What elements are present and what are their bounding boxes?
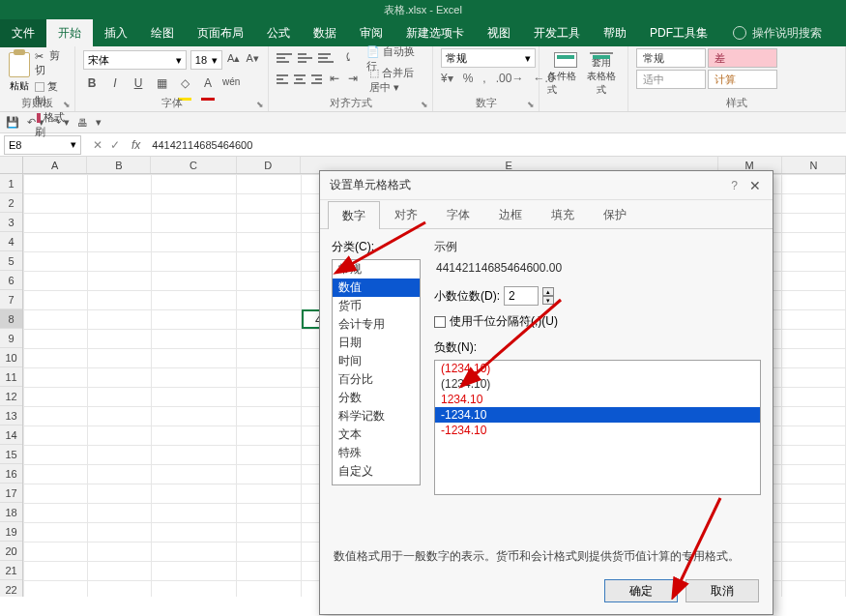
category-item[interactable]: 百分比 [333,370,420,389]
align-center-button[interactable] [294,74,306,86]
col-header[interactable]: D [237,157,301,173]
col-header[interactable]: B [87,157,151,173]
formula-input[interactable]: 44142114685464600 [152,139,252,151]
tab-view[interactable]: 视图 [476,19,522,47]
row-header[interactable]: 18 [0,503,22,522]
cell-style-bad[interactable]: 差 [708,48,777,68]
format-painter-button[interactable]: 格式刷 [35,110,67,139]
negative-format-item[interactable]: -1234.10 [435,407,760,423]
tab-formula[interactable]: 公式 [255,19,302,47]
align-right-button[interactable] [311,74,323,86]
row-header[interactable]: 6 [0,271,22,290]
row-header[interactable]: 16 [0,464,22,484]
tab-dev[interactable]: 开发工具 [522,19,592,47]
comma-button[interactable]: , [482,72,485,85]
tab-pdf[interactable]: PDF工具集 [638,19,719,47]
row-header[interactable]: 2 [0,193,22,213]
cancel-button[interactable]: 取消 [686,579,759,602]
row-header[interactable]: 19 [0,522,22,542]
number-format-combo[interactable]: 常规▾ [441,48,536,68]
border-button[interactable]: ▦ [153,76,170,94]
orientation-button[interactable]: ⤹ [339,50,357,68]
negative-format-item[interactable]: (1234.10) [435,376,760,392]
select-all-corner[interactable] [0,157,23,174]
row-header[interactable]: 8 [0,309,22,329]
row-header[interactable]: 7 [0,290,22,309]
row-header[interactable]: 9 [0,329,22,348]
cut-button[interactable]: ✂ 剪切 [35,48,67,77]
negative-numbers-list[interactable]: (1234.10)(1234.10)1234.10-1234.10-1234.1… [434,360,761,495]
category-item[interactable]: 自定义 [333,462,420,481]
row-header[interactable]: 15 [0,445,22,464]
row-header[interactable]: 20 [0,542,22,561]
thousands-separator-checkbox[interactable] [434,316,446,328]
fill-color-button[interactable]: ◇ [176,76,193,94]
align-top-button[interactable] [277,53,292,65]
decrease-indent-button[interactable]: ⇤ [328,72,340,89]
row-header[interactable]: 1 [0,174,22,193]
row-header[interactable]: 21 [0,561,22,580]
cell-style-neutral[interactable]: 适中 [636,70,706,89]
ok-button[interactable]: 确定 [604,579,678,602]
category-item[interactable]: 货币 [333,297,420,315]
fx-icon[interactable]: fx [131,138,140,152]
tab-insert[interactable]: 插入 [93,19,139,47]
number-launcher[interactable]: ⬊ [527,100,535,109]
category-item[interactable]: 数值 [333,279,420,297]
align-left-button[interactable] [277,74,288,86]
italic-button[interactable]: I [106,76,124,94]
row-header[interactable]: 3 [0,213,22,232]
dialog-tab-number[interactable]: 数字 [328,201,380,229]
row-header[interactable]: 17 [0,484,22,503]
category-item[interactable]: 日期 [333,334,420,352]
percent-button[interactable]: % [463,72,474,85]
currency-button[interactable]: ¥▾ [441,72,453,85]
row-header[interactable]: 12 [0,387,22,406]
category-item[interactable]: 常规 [333,260,420,279]
category-item[interactable]: 分数 [333,389,420,407]
dialog-tab-protect[interactable]: 保护 [589,200,641,228]
bold-button[interactable]: B [83,76,101,94]
dialog-tab-border[interactable]: 边框 [484,200,537,228]
font-color-button[interactable]: A [199,76,217,94]
dialog-tab-fill[interactable]: 填充 [537,200,589,228]
qat-customize[interactable]: 🖶 [77,117,88,129]
dialog-help-button[interactable]: ? [731,179,738,192]
align-bottom-button[interactable] [318,53,334,65]
col-header[interactable]: C [151,157,236,173]
decimal-places-input[interactable] [504,286,539,306]
tab-home[interactable]: 开始 [46,19,93,47]
tab-draw[interactable]: 绘图 [139,19,186,47]
negative-format-item[interactable]: -1234.10 [435,423,760,438]
tab-file[interactable]: 文件 [0,19,46,47]
decimal-spin-down[interactable]: ▾ [542,296,554,305]
cancel-formula-button[interactable]: ✕ [93,138,102,152]
paste-button[interactable]: 粘贴 [8,48,31,99]
cell-style-normal[interactable]: 常规 [636,48,706,68]
tab-help[interactable]: 帮助 [592,19,638,47]
dialog-tab-align[interactable]: 对齐 [380,200,432,228]
dialog-titlebar[interactable]: 设置单元格格式 ? ✕ [320,171,773,200]
row-header[interactable]: 5 [0,251,22,271]
decimal-spin-up[interactable]: ▴ [542,287,554,296]
row-header[interactable]: 14 [0,425,22,445]
alignment-launcher[interactable]: ⬊ [421,100,428,109]
tab-data[interactable]: 数据 [302,19,348,47]
close-icon[interactable]: ✕ [747,178,763,193]
format-as-table-button[interactable]: 套用 表格格式 [584,48,621,97]
merge-center-button[interactable]: ⬚ 合并后居中 ▾ [369,66,424,95]
category-item[interactable]: 时间 [333,352,420,370]
negative-format-item[interactable]: (1234.10) [435,361,760,376]
underline-button[interactable]: U [130,76,147,94]
category-list[interactable]: 常规数值货币会计专用日期时间百分比分数科学记数文本特殊自定义 [332,259,421,485]
category-item[interactable]: 文本 [333,425,420,444]
tell-me-search[interactable]: 操作说明搜索 [733,25,822,42]
increase-indent-button[interactable]: ⇥ [347,72,360,89]
font-name-combo[interactable]: 宋体▾ [83,50,187,70]
row-header[interactable]: 11 [0,367,22,387]
dialog-tab-font[interactable]: 字体 [432,200,484,228]
qat-dropdown[interactable]: ▾ [96,116,102,129]
category-item[interactable]: 会计专用 [333,315,420,334]
row-header[interactable]: 10 [0,348,22,367]
clipboard-launcher[interactable]: ⬊ [63,100,71,109]
